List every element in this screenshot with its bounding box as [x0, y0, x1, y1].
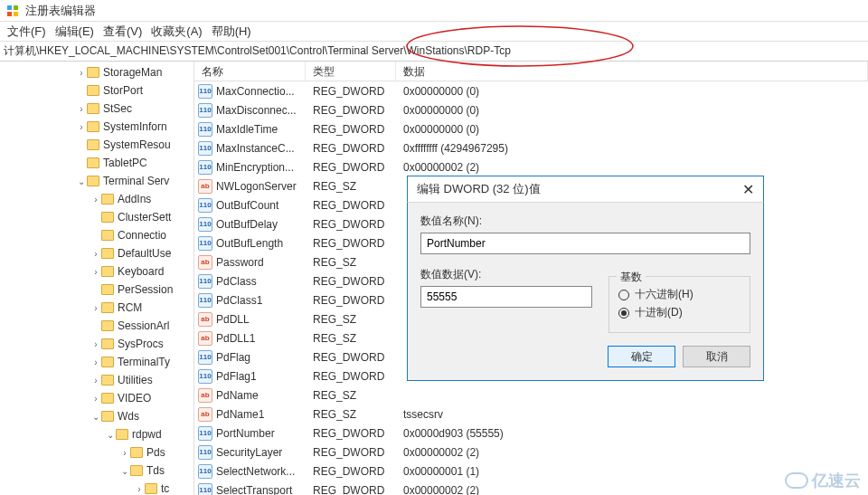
tree-twisty-icon[interactable]: › [76, 68, 87, 78]
tree-node[interactable]: ›TerminalTy [0, 353, 193, 371]
binary-value-icon: 110 [198, 483, 212, 496]
radio-dec[interactable]: 十进制(D) [618, 305, 741, 320]
svg-rect-3 [14, 12, 18, 16]
value-type: REG_DWORD [306, 446, 396, 459]
tree-node[interactable]: TabletPC [0, 154, 193, 172]
menu-file[interactable]: 文件(F) [7, 24, 46, 40]
folder-icon [101, 320, 114, 331]
menu-view[interactable]: 查看(V) [103, 24, 142, 40]
value-data-input[interactable] [420, 286, 592, 308]
tree-node[interactable]: ⌄Tds [0, 462, 193, 480]
menu-help[interactable]: 帮助(H) [212, 24, 251, 40]
value-name: PdName1 [216, 408, 264, 421]
value-name-input[interactable] [420, 233, 750, 254]
list-row[interactable]: abPdName1REG_SZtssecsrv [194, 405, 868, 424]
folder-icon [101, 212, 114, 223]
folder-icon [87, 121, 99, 132]
tree-node[interactable]: SystemResou [0, 136, 193, 154]
tree-node[interactable]: StorPort [0, 81, 193, 100]
tree-node[interactable]: Connectio [0, 226, 193, 244]
column-header-name[interactable]: 名称 [194, 62, 306, 81]
tree-twisty-icon[interactable]: ⌄ [119, 466, 130, 476]
tree-node[interactable]: ›StorageMan [0, 63, 193, 81]
tree-node-label: SystemResou [103, 138, 171, 151]
value-name: MaxConnectio... [216, 85, 295, 98]
tree-node[interactable]: ›VIDEO [0, 389, 193, 407]
ok-button[interactable]: 确定 [608, 346, 675, 367]
svg-rect-2 [7, 12, 12, 16]
tree-node[interactable]: ›SystemInforn [0, 118, 193, 136]
address-bar[interactable]: 计算机\HKEY_LOCAL_MACHINE\SYSTEM\ControlSet… [0, 42, 868, 62]
menu-favorites[interactable]: 收藏夹(A) [151, 24, 202, 40]
tree-node[interactable]: PerSession [0, 281, 193, 299]
tree-node[interactable]: ›StSec [0, 100, 193, 118]
folder-icon [130, 465, 143, 476]
cancel-button[interactable]: 取消 [683, 346, 750, 367]
tree-node-label: PerSession [118, 283, 173, 296]
tree-node[interactable]: ›DefaultUse [0, 244, 193, 262]
tree-twisty-icon[interactable]: › [90, 357, 101, 367]
tree-twisty-icon[interactable]: › [134, 484, 145, 494]
list-row[interactable]: abPdNameREG_SZ [194, 386, 868, 405]
window-title: 注册表编辑器 [25, 3, 96, 19]
tree-node[interactable]: SessionArl [0, 317, 193, 335]
tree-node[interactable]: ⌄Terminal Serv [0, 172, 193, 190]
base-fieldset: 基数 十六进制(H) 十进制(D) [609, 276, 750, 333]
registry-tree[interactable]: ›StorageManStorPort›StSec›SystemInfornSy… [0, 62, 194, 495]
binary-value-icon: 110 [198, 236, 212, 251]
tree-node[interactable]: ›SysProcs [0, 335, 193, 353]
tree-node[interactable]: ›tc [0, 480, 193, 495]
folder-icon [130, 447, 143, 458]
tree-twisty-icon[interactable]: › [90, 195, 101, 205]
tree-node[interactable]: ⌄Wds [0, 407, 193, 425]
tree-node[interactable]: ›Utilities [0, 371, 193, 389]
value-type: REG_SZ [306, 180, 396, 193]
radio-hex[interactable]: 十六进制(H) [618, 287, 741, 302]
value-name: OutBufCount [216, 199, 278, 212]
list-row[interactable]: 110SecurityLayerREG_DWORD0x00000002 (2) [194, 443, 868, 462]
list-row[interactable]: 110MaxInstanceC...REG_DWORD0xffffffff (4… [194, 138, 868, 157]
list-row[interactable]: 110MaxConnectio...REG_DWORD0x00000000 (0… [194, 81, 868, 100]
column-header-type[interactable]: 类型 [306, 62, 396, 81]
list-row[interactable]: 110SelectNetwork...REG_DWORD0x00000001 (… [194, 462, 868, 481]
tree-twisty-icon[interactable]: › [90, 267, 101, 277]
close-icon[interactable]: ✕ [742, 181, 754, 198]
tree-twisty-icon[interactable]: › [76, 104, 87, 114]
value-type: REG_SZ [306, 313, 396, 326]
value-name: SelectNetwork... [216, 465, 295, 478]
tree-node[interactable]: ›RCM [0, 299, 193, 317]
list-row[interactable]: 110SelectTransportREG_DWORD0x00000002 (2… [194, 481, 868, 495]
binary-value-icon: 110 [198, 103, 212, 118]
tree-twisty-icon[interactable]: › [90, 394, 101, 404]
tree-twisty-icon[interactable]: › [90, 249, 101, 259]
value-type: REG_DWORD [306, 218, 396, 231]
tree-twisty-icon[interactable]: ⌄ [76, 176, 87, 186]
list-row[interactable]: 110PortNumberREG_DWORD0x0000d903 (55555) [194, 424, 868, 443]
column-header-data[interactable]: 数据 [396, 62, 868, 81]
tree-twisty-icon[interactable]: › [119, 448, 130, 458]
tree-twisty-icon[interactable]: ⌄ [90, 412, 101, 422]
tree-node[interactable]: ›Pds [0, 443, 193, 462]
folder-icon [101, 411, 114, 422]
watermark: 亿速云 [785, 470, 861, 491]
dialog-titlebar[interactable]: 编辑 DWORD (32 位)值 ✕ [407, 176, 764, 203]
tree-node[interactable]: ›Keyboard [0, 262, 193, 281]
list-row[interactable]: 110MinEncryption...REG_DWORD0x00000002 (… [194, 157, 868, 176]
radio-hex-indicator [618, 290, 629, 300]
tree-twisty-icon[interactable]: ⌄ [105, 430, 116, 440]
tree-twisty-icon[interactable]: › [90, 339, 101, 349]
list-row[interactable]: 110MaxDisconnec...REG_DWORD0x00000000 (0… [194, 100, 868, 119]
tree-node[interactable]: ⌄rdpwd [0, 425, 193, 443]
binary-value-icon: 110 [198, 198, 212, 213]
tree-node[interactable]: ClusterSett [0, 208, 193, 226]
tree-node[interactable]: ›AddIns [0, 190, 193, 208]
tree-twisty-icon[interactable]: › [90, 376, 101, 386]
tree-twisty-icon[interactable]: › [76, 122, 87, 132]
tree-node-label: Terminal Serv [103, 175, 169, 187]
list-row[interactable]: 110MaxIdleTimeREG_DWORD0x00000000 (0) [194, 119, 868, 138]
menu-edit[interactable]: 编辑(E) [55, 24, 94, 40]
tree-node-label: DefaultUse [118, 247, 171, 260]
tree-node-label: Pds [146, 446, 165, 459]
tree-twisty-icon[interactable]: › [90, 303, 101, 313]
dialog-title-text: 编辑 DWORD (32 位)值 [417, 181, 541, 197]
